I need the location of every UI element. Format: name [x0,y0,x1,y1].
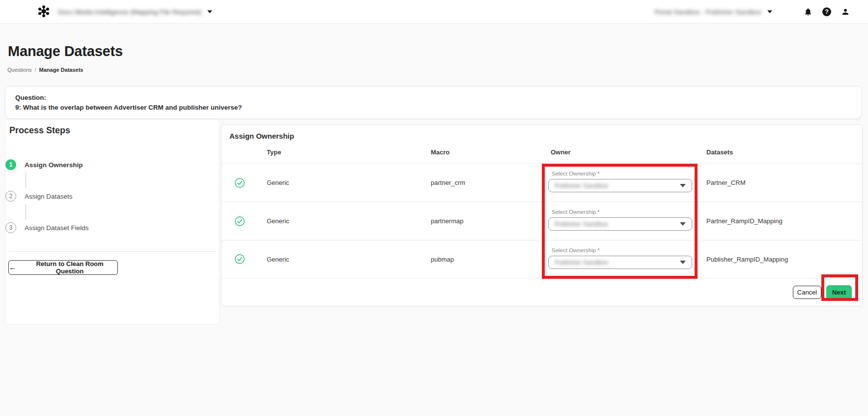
row-status-cell [222,240,253,278]
step-1-indicator: 1 [5,159,16,170]
breadcrumb: Questions / Manage Datasets [7,67,83,73]
chevron-down-icon [680,261,686,264]
check-circle-icon [234,216,245,227]
step-assign-dataset-fields: 3 Assign Dataset Fields [5,222,89,233]
bell-icon [804,7,812,16]
question-label: Question: [15,94,852,101]
return-to-clean-room-question-button[interactable]: ← Return to Clean Room Question [8,260,118,275]
row-status-cell [222,164,253,202]
ownership-selected-value: Publisher Sandbox [555,182,608,189]
step-1-label: Assign Ownership [25,161,83,169]
breadcrumb-current: Manage Datasets [39,67,84,73]
ownership-selected-value: Publisher Sandbox [555,220,608,228]
question-card: Question: 9: What is the overlap between… [5,86,862,119]
clean-room-selector[interactable]: Docs Media Intelligence (Mapping File Re… [58,0,212,24]
row-dataset: Partner_CRM [706,164,862,202]
step-connector [26,173,26,188]
table-header-row: Type Macro Owner Datasets [222,141,862,164]
step-connector [26,204,26,220]
row-macro: partnermap [431,202,546,240]
step-2-label: Assign Datasets [25,193,73,200]
row-dataset: Partner_RampID_Mapping [706,202,862,240]
select-ownership-label: Select Ownership * [552,170,706,178]
ownership-select[interactable]: Publisher Sandbox [548,179,692,192]
row-type: Generic [253,240,431,278]
table-row: Generic pubmap Select Ownership * Publis… [222,240,862,278]
page-title: Manage Datasets [8,43,123,59]
step-2-indicator: 2 [5,191,16,202]
chevron-down-icon [207,10,212,13]
panel-footer: Cancel Next [222,278,862,306]
return-button-label: Return to Clean Room Question [22,260,117,275]
help-button[interactable]: ? [822,7,832,17]
next-button[interactable]: Next [826,285,852,300]
column-header-type: Type [253,149,431,156]
process-steps-title: Process Steps [9,125,70,136]
breadcrumb-separator: / [35,67,36,73]
row-owner-cell: Select Ownership * Publisher Sandbox [546,202,706,240]
environment-label: Portal Sandbox - Publisher Sandbox [654,8,761,16]
arrow-left-icon: ← [9,264,17,271]
step-3-indicator: 3 [5,222,16,233]
row-macro: pubmap [431,240,546,278]
app-logo-icon[interactable] [37,5,50,18]
clean-room-title: Docs Media Intelligence (Mapping File Re… [58,8,201,16]
person-icon [841,7,850,16]
row-macro: partner_crm [431,164,546,202]
top-navbar: Docs Media Intelligence (Mapping File Re… [0,0,868,24]
question-text: 9: What is the overlap between Advertise… [15,104,852,111]
check-circle-icon [234,254,245,265]
step-assign-ownership: 1 Assign Ownership [5,159,83,170]
table-row: Generic partner_crm Select Ownership * P… [222,164,862,202]
column-header-macro: Macro [431,149,546,156]
chevron-down-icon [680,184,686,187]
row-status-cell [222,202,253,240]
help-icon: ? [822,7,831,16]
process-steps-panel: Process Steps 1 Assign Ownership 2 Assig… [5,119,220,325]
manage-datasets-page: Docs Media Intelligence (Mapping File Re… [0,0,868,416]
ownership-selected-value: Publisher Sandbox [555,259,608,266]
chevron-down-icon [680,222,686,226]
row-dataset: Publisher_RampID_Mapping [706,240,862,278]
divider [8,251,216,252]
panel-title: Assign Ownership [222,125,862,141]
cancel-button[interactable]: Cancel [793,286,821,299]
row-owner-cell: Select Ownership * Publisher Sandbox [546,164,706,202]
select-ownership-label: Select Ownership * [552,208,706,216]
ownership-select[interactable]: Publisher Sandbox [548,217,692,231]
table-row: Generic partnermap Select Ownership * Pu… [222,202,862,240]
navbar-icons: ? [803,0,850,24]
select-ownership-label: Select Ownership * [552,247,706,254]
check-circle-icon [234,178,245,188]
account-button[interactable] [840,7,850,17]
breadcrumb-questions[interactable]: Questions [7,67,32,73]
chevron-down-icon [767,10,772,13]
assign-ownership-panel: Assign Ownership Type Macro Owner Datase… [221,124,863,306]
row-type: Generic [253,202,431,240]
step-assign-datasets: 2 Assign Datasets [5,191,73,202]
column-header-owner: Owner [546,149,706,156]
environment-selector[interactable]: Portal Sandbox - Publisher Sandbox [654,0,772,24]
row-owner-cell: Select Ownership * Publisher Sandbox [546,240,706,278]
ownership-select[interactable]: Publisher Sandbox [548,256,692,269]
column-header-datasets: Datasets [706,149,862,156]
notifications-button[interactable] [803,7,813,17]
step-3-label: Assign Dataset Fields [25,224,89,232]
row-type: Generic [253,164,431,202]
